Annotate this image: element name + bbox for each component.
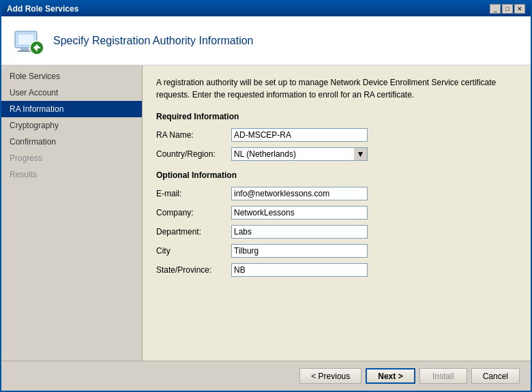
sidebar-item-progress: Progress bbox=[1, 150, 142, 166]
required-section-label: Required Information bbox=[156, 112, 517, 121]
maximize-button[interactable]: □ bbox=[502, 4, 513, 14]
sidebar: Role Services User Account RA Informatio… bbox=[1, 65, 143, 361]
page-title: Specify Registration Authority Informati… bbox=[53, 35, 253, 47]
company-row: Company: bbox=[156, 206, 517, 220]
optional-section: Optional Information E-mail: Company: De… bbox=[156, 170, 517, 277]
department-row: Department: bbox=[156, 225, 517, 239]
install-button: Install bbox=[419, 368, 467, 384]
department-label: Department: bbox=[156, 227, 231, 237]
city-input[interactable] bbox=[231, 244, 368, 258]
sidebar-item-results: Results bbox=[1, 166, 142, 183]
svg-rect-8 bbox=[33, 47, 40, 48]
main-form-area: A registration authority will be set up … bbox=[143, 65, 531, 361]
country-row: Country/Region: NL (Netherlands) US (Uni… bbox=[156, 147, 517, 161]
wizard-icon bbox=[12, 25, 45, 57]
state-input[interactable] bbox=[231, 263, 368, 277]
email-row: E-mail: bbox=[156, 187, 517, 200]
content-area: Role Services User Account RA Informatio… bbox=[1, 65, 531, 361]
sidebar-item-role-services[interactable]: Role Services bbox=[1, 68, 142, 85]
svg-rect-3 bbox=[18, 50, 31, 52]
company-label: Company: bbox=[156, 208, 231, 217]
previous-button[interactable]: < Previous bbox=[299, 368, 361, 384]
description-text: A registration authority will be set up … bbox=[156, 76, 517, 101]
main-window: Add Role Services _ □ ✕ Spec bbox=[0, 0, 532, 392]
title-bar: Add Role Services _ □ ✕ bbox=[1, 1, 531, 16]
ra-name-input[interactable] bbox=[231, 128, 368, 142]
svg-rect-2 bbox=[20, 48, 29, 50]
ra-name-row: RA Name: bbox=[156, 128, 517, 142]
header-area: Specify Registration Authority Informati… bbox=[1, 16, 531, 65]
department-input[interactable] bbox=[231, 225, 368, 239]
next-button[interactable]: Next > bbox=[366, 368, 415, 384]
title-bar-controls: _ □ ✕ bbox=[490, 4, 525, 14]
window-title: Add Role Services bbox=[7, 4, 78, 14]
minimize-button[interactable]: _ bbox=[490, 4, 501, 14]
state-row: State/Province: bbox=[156, 263, 517, 277]
country-select-wrapper: NL (Netherlands) US (United States) GB (… bbox=[231, 147, 368, 161]
company-input[interactable] bbox=[231, 206, 368, 220]
optional-section-label: Optional Information bbox=[156, 170, 517, 180]
city-label: City bbox=[156, 246, 231, 256]
country-label: Country/Region: bbox=[156, 149, 231, 159]
footer: < Previous Next > Install Cancel bbox=[1, 361, 531, 391]
sidebar-item-ra-information[interactable]: RA Information bbox=[1, 101, 142, 117]
country-select[interactable]: NL (Netherlands) US (United States) GB (… bbox=[231, 147, 368, 161]
sidebar-item-cryptography[interactable]: Cryptography bbox=[1, 117, 142, 134]
sidebar-item-user-account[interactable]: User Account bbox=[1, 85, 142, 101]
ra-name-label: RA Name: bbox=[156, 130, 231, 140]
state-label: State/Province: bbox=[156, 265, 231, 275]
email-label: E-mail: bbox=[156, 189, 231, 198]
sidebar-item-confirmation[interactable]: Confirmation bbox=[1, 134, 142, 150]
cancel-button[interactable]: Cancel bbox=[471, 368, 520, 384]
close-button[interactable]: ✕ bbox=[514, 4, 525, 14]
email-input[interactable] bbox=[231, 187, 368, 200]
city-row: City bbox=[156, 244, 517, 258]
